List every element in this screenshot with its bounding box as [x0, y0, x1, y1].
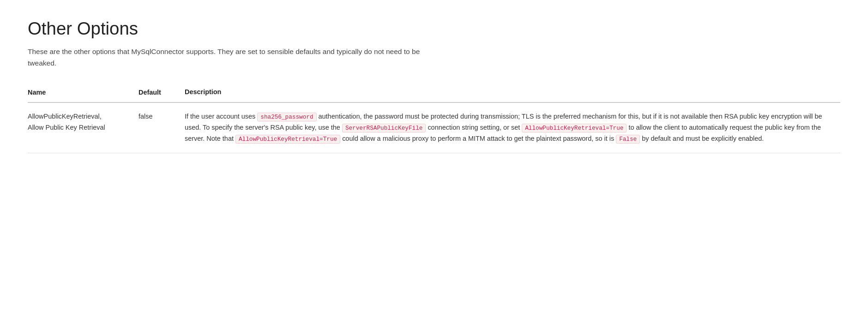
- col-header-name: Name: [28, 82, 139, 103]
- cell-description: If the user account uses sha256_password…: [185, 102, 840, 153]
- cell-default: false: [139, 102, 185, 153]
- page-description: These are the other options that MySqlCo…: [28, 46, 443, 69]
- table-row: AllowPublicKeyRetrieval,Allow Public Key…: [28, 102, 840, 153]
- col-header-description: Description: [185, 82, 840, 103]
- inline-code: sha256_password: [257, 113, 316, 121]
- table-header-row: Name Default Description: [28, 82, 840, 103]
- inline-code: AllowPublicKeyRetrieval=True: [522, 124, 627, 132]
- inline-code: ServerRSAPublicKeyFile: [342, 124, 426, 132]
- col-header-default: Default: [139, 82, 185, 103]
- cell-name: AllowPublicKeyRetrieval,Allow Public Key…: [28, 102, 139, 153]
- inline-code: False: [616, 135, 640, 144]
- page-title: Other Options: [28, 18, 840, 39]
- options-table: Name Default Description AllowPublicKeyR…: [28, 82, 840, 154]
- inline-code: AllowPublicKeyRetrieval=True: [235, 135, 340, 144]
